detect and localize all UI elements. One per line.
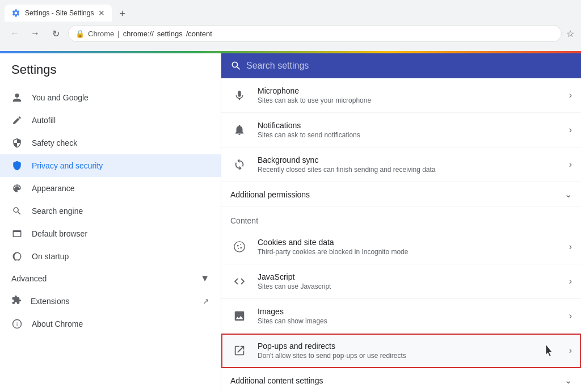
sidebar-title: Settings	[11, 62, 209, 77]
address-chrome: Chrome	[88, 29, 114, 38]
additional-permissions-row[interactable]: Additional permissions ⌄	[221, 182, 581, 207]
sidebar-item-privacy-and-security[interactable]: Privacy and security	[0, 154, 221, 177]
sidebar-item-search-engine[interactable]: Search engine	[0, 200, 221, 222]
notifications-text: Notifications Sites can ask to send noti…	[258, 121, 560, 139]
default-browser-label: Default browser	[32, 229, 87, 238]
settings-item-notifications[interactable]: Notifications Sites can ask to send noti…	[221, 113, 581, 147]
notifications-title: Notifications	[258, 121, 560, 130]
background-sync-text: Background sync Recently closed sites ca…	[258, 155, 560, 174]
reload-button[interactable]: ↻	[48, 26, 64, 41]
privacy-label: Privacy and security	[32, 161, 103, 170]
images-chevron-icon: ›	[569, 311, 572, 321]
search-input[interactable]	[246, 61, 572, 71]
search-engine-icon	[11, 205, 23, 217]
popups-title: Pop-ups and redirects	[258, 342, 535, 351]
additional-permissions-label: Additional permissions	[230, 190, 310, 199]
images-text: Images Sites can show images	[258, 307, 560, 325]
extensions-label: Extensions	[31, 297, 69, 306]
extensions-left: Extensions	[11, 295, 69, 307]
about-chrome-icon: i	[11, 318, 23, 330]
javascript-chevron-icon: ›	[569, 276, 572, 286]
active-tab[interactable]: Settings - Site Settings ✕	[5, 5, 112, 22]
background-sync-subtitle: Recently closed sites can finish sending…	[258, 166, 560, 174]
sidebar-item-you-and-google[interactable]: You and Google	[0, 86, 221, 109]
content-panel: Microphone Sites can ask to use your mic…	[221, 53, 581, 392]
content-section-header: Content	[221, 207, 581, 230]
popups-chevron-icon: ›	[569, 345, 572, 356]
forward-button[interactable]: →	[27, 26, 43, 41]
sidebar-item-appearance[interactable]: Appearance	[0, 177, 221, 200]
additional-content-settings-row[interactable]: Additional content settings ⌄	[221, 368, 581, 392]
autofill-icon	[11, 115, 23, 126]
settings-item-microphone[interactable]: Microphone Sites can ask to use your mic…	[221, 78, 581, 113]
settings-item-images[interactable]: Images Sites can show images ›	[221, 299, 581, 334]
lock-icon: 🔒	[75, 29, 85, 38]
back-button[interactable]: ←	[7, 26, 23, 41]
advanced-label: Advanced	[11, 274, 47, 283]
about-chrome-label: About Chrome	[32, 319, 83, 328]
settings-item-cookies[interactable]: Cookies and site data Third-party cookie…	[221, 230, 581, 264]
extensions-icon	[11, 295, 22, 307]
sidebar-item-on-startup[interactable]: On startup	[0, 245, 221, 268]
additional-content-settings-label: Additional content settings	[230, 376, 323, 385]
search-bar	[221, 53, 581, 78]
address-bar[interactable]: 🔒 Chrome | chrome://settings/content	[68, 25, 562, 42]
sidebar-item-extensions[interactable]: Extensions ↗	[0, 289, 221, 313]
settings-item-javascript[interactable]: JavaScript Sites can use Javascript ›	[221, 264, 581, 299]
javascript-subtitle: Sites can use Javascript	[258, 283, 560, 290]
sidebar-item-autofill[interactable]: Autofill	[0, 109, 221, 132]
bookmark-button[interactable]: ☆	[566, 28, 574, 39]
microphone-icon	[230, 86, 249, 104]
settings-item-popups[interactable]: Pop-ups and redirects Don't allow sites …	[221, 334, 581, 368]
additional-permissions-chevron-icon: ⌄	[565, 189, 572, 200]
settings-item-background-sync[interactable]: Background sync Recently closed sites ca…	[221, 147, 581, 182]
microphone-title: Microphone	[258, 86, 560, 95]
safety-check-label: Safety check	[32, 138, 77, 147]
sidebar-item-about-chrome[interactable]: i About Chrome	[0, 313, 221, 335]
javascript-icon	[230, 272, 249, 290]
cookies-subtitle: Third-party cookies are blocked in Incog…	[258, 248, 560, 256]
background-sync-icon	[230, 155, 249, 174]
address-separator: |	[117, 29, 119, 38]
sidebar-item-safety-check[interactable]: Safety check	[0, 132, 221, 154]
you-and-google-label: You and Google	[32, 93, 89, 102]
cookies-icon	[230, 238, 249, 256]
appearance-icon	[11, 183, 23, 194]
main-layout: Settings You and Google Autofill Safety …	[0, 53, 581, 392]
popups-icon	[230, 342, 249, 360]
address-domain: chrome://	[123, 29, 154, 38]
javascript-title: JavaScript	[258, 272, 560, 281]
new-tab-button[interactable]: +	[114, 6, 130, 22]
address-bar-row: ← → ↻ 🔒 Chrome | chrome://settings/conte…	[0, 22, 581, 45]
svg-point-4	[240, 244, 241, 245]
sidebar: Settings You and Google Autofill Safety …	[0, 53, 221, 392]
advanced-chevron-icon: ▼	[200, 273, 209, 284]
default-browser-icon	[11, 228, 23, 239]
advanced-left: Advanced	[11, 274, 47, 283]
background-sync-chevron-icon: ›	[569, 159, 572, 170]
cookies-text: Cookies and site data Third-party cookie…	[258, 238, 560, 256]
cursor-icon	[544, 345, 555, 356]
additional-content-settings-chevron-icon: ⌄	[565, 375, 572, 386]
privacy-icon	[11, 160, 23, 171]
svg-point-3	[237, 245, 239, 247]
tab-close-button[interactable]: ✕	[98, 9, 105, 18]
sidebar-item-advanced[interactable]: Advanced ▼	[0, 268, 221, 289]
popups-subtitle: Don't allow sites to send pop-ups or use…	[258, 352, 535, 360]
sidebar-header: Settings	[0, 53, 221, 86]
microphone-chevron-icon: ›	[569, 90, 572, 100]
search-icon	[230, 60, 242, 71]
appearance-label: Appearance	[32, 184, 75, 193]
on-startup-label: On startup	[32, 252, 69, 261]
svg-point-6	[238, 248, 239, 249]
notifications-subtitle: Sites can ask to send notifications	[258, 131, 560, 139]
settings-favicon	[11, 9, 20, 18]
address-subpath: /content	[186, 29, 212, 38]
background-sync-title: Background sync	[258, 155, 560, 165]
images-icon	[230, 307, 249, 325]
svg-point-2	[234, 242, 245, 252]
external-link-icon: ↗	[203, 297, 209, 306]
on-startup-icon	[11, 251, 23, 262]
sidebar-item-default-browser[interactable]: Default browser	[0, 222, 221, 245]
autofill-label: Autofill	[32, 116, 56, 125]
